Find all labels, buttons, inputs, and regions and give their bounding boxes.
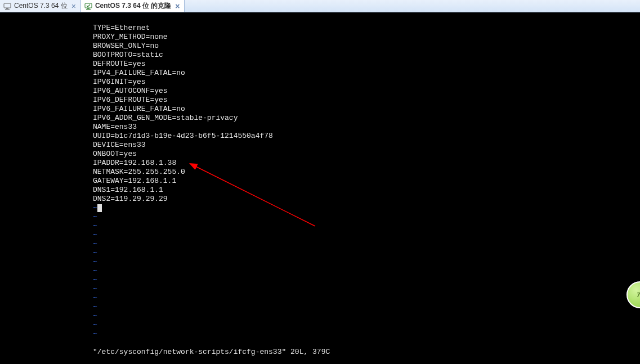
svg-rect-1: [6, 8, 8, 9]
file-line: PROXY_METHOD=none: [93, 33, 640, 42]
vim-tilde: ~: [93, 258, 640, 267]
vim-tilde: ~: [93, 285, 640, 294]
vm-icon: [3, 2, 11, 10]
file-line: IPV6_FAILURE_FATAL=no: [93, 105, 640, 114]
vim-tilde: ~: [93, 303, 640, 312]
svg-rect-5: [86, 9, 91, 10]
file-line: DNS2=119.29.29.29: [93, 195, 640, 204]
file-line: UUID=b1c7d1d3-b19e-4d23-b6f5-1214550a4f7…: [93, 132, 640, 141]
vim-tilde: ~: [93, 249, 640, 258]
file-line: IPV6_DEFROUTE=yes: [93, 96, 640, 105]
file-line: ONBOOT=yes: [93, 150, 640, 159]
file-line: IPV6_AUTOCONF=yes: [93, 87, 640, 96]
file-line: TYPE=Ethernet: [93, 24, 640, 33]
vim-tilde: ~: [93, 240, 640, 249]
file-line: DEFROUTE=yes: [93, 60, 640, 69]
terminal-viewport[interactable]: TYPE=EthernetPROXY_METHOD=noneBROWSER_ON…: [0, 12, 640, 357]
vim-tilde: ~: [93, 213, 640, 222]
tab-bar: CentOS 7.3 64 位 × CentOS 7.3 64 位 的克隆 ×: [0, 0, 640, 12]
vim-tilde: ~: [93, 204, 640, 213]
watermark-badge: 70: [622, 281, 640, 308]
file-line: IPV4_FAILURE_FATAL=no: [93, 69, 640, 78]
vim-tilde: ~: [93, 312, 640, 321]
vim-tilde: ~: [93, 276, 640, 285]
vim-tilde: ~: [93, 330, 640, 339]
file-line: GATEWAY=192.168.1.1: [93, 177, 640, 186]
file-line: DNS1=192.168.1.1: [93, 186, 640, 195]
vim-tilde: ~: [93, 231, 640, 240]
svg-rect-0: [4, 3, 11, 8]
vm-icon: [84, 2, 92, 10]
file-line: NAME=ens33: [93, 123, 640, 132]
close-icon[interactable]: ×: [175, 2, 180, 10]
file-line: IPV6_ADDR_GEN_MODE=stable-privacy: [93, 114, 640, 123]
tab-label: CentOS 7.3 64 位 的克隆: [95, 1, 171, 11]
file-line: IPV6INIT=yes: [93, 78, 640, 87]
vim-status-line: "/etc/sysconfig/network-scripts/ifcfg-en…: [93, 348, 640, 357]
svg-rect-3: [85, 3, 92, 8]
tab-centos-clone[interactable]: CentOS 7.3 64 位 的克隆 ×: [81, 0, 185, 12]
file-line: BOOTPROTO=static: [93, 51, 640, 60]
file-line: DEVICE=ens33: [93, 141, 640, 150]
tab-centos-original[interactable]: CentOS 7.3 64 位 ×: [0, 0, 81, 12]
vim-tilde: ~: [93, 294, 640, 303]
file-line: BROWSER_ONLY=no: [93, 42, 640, 51]
vm-console[interactable]: TYPE=EthernetPROXY_METHOD=noneBROWSER_ON…: [0, 12, 640, 364]
vim-tilde: ~: [93, 321, 640, 330]
svg-rect-2: [5, 9, 10, 10]
file-line: IPADDR=192.168.1.38: [93, 159, 640, 168]
vim-tilde: ~: [93, 222, 640, 231]
svg-rect-4: [87, 8, 89, 9]
vim-tilde: ~: [93, 267, 640, 276]
tab-label: CentOS 7.3 64 位: [14, 1, 68, 11]
file-line: NETMASK=255.255.255.0: [93, 168, 640, 177]
close-icon[interactable]: ×: [71, 2, 76, 10]
